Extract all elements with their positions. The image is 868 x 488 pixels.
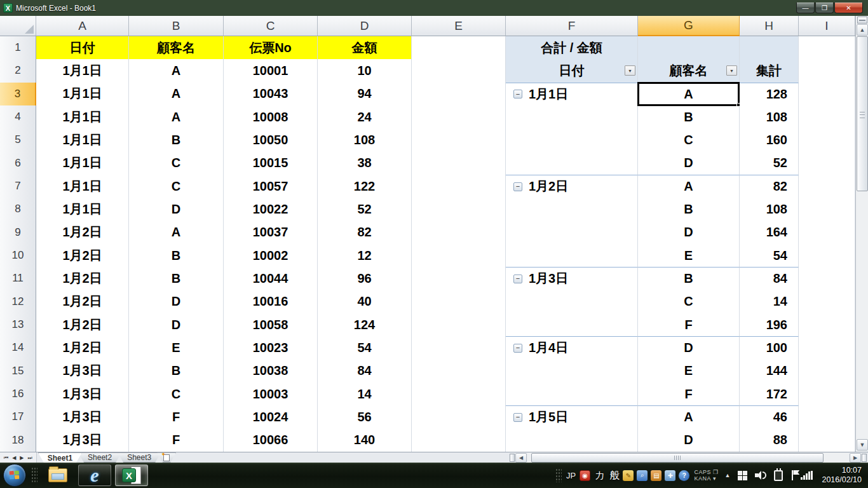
excel-taskbar-button[interactable]: X: [115, 464, 148, 486]
vertical-scroll-thumb[interactable]: [857, 36, 868, 191]
cell-F10[interactable]: [506, 244, 638, 268]
cell-A13[interactable]: 1月2日: [36, 313, 129, 337]
start-button[interactable]: [3, 464, 26, 487]
cell-H2[interactable]: 集計: [740, 59, 799, 83]
column-header-C[interactable]: C: [224, 16, 318, 36]
cell-D6[interactable]: 38: [318, 152, 412, 175]
cell-E5[interactable]: [412, 128, 506, 152]
cell-C9[interactable]: 10037: [224, 221, 318, 245]
tray-windows-icon[interactable]: [738, 471, 747, 480]
cell-B10[interactable]: B: [129, 244, 224, 268]
row-header-6[interactable]: 6: [0, 152, 36, 175]
cell-H14[interactable]: 100: [740, 336, 799, 360]
scroll-down-button[interactable]: ▼: [857, 439, 868, 451]
cell-A17[interactable]: 1月3日: [36, 405, 129, 429]
cell-B8[interactable]: D: [129, 198, 224, 221]
cell-I12[interactable]: [799, 290, 855, 314]
scroll-up-button[interactable]: ▲: [857, 24, 868, 36]
first-sheet-button[interactable]: ⏮: [3, 453, 10, 463]
cell-E2[interactable]: [412, 59, 506, 83]
ime-conversion-mode[interactable]: 般: [609, 469, 620, 482]
cell-C16[interactable]: 10003: [224, 383, 318, 406]
row-header-10[interactable]: 10: [0, 244, 36, 268]
cell-C15[interactable]: 10038: [224, 360, 318, 383]
date-filter-dropdown[interactable]: ▼: [625, 65, 635, 76]
ime-toolbox-icon[interactable]: ▤: [651, 470, 661, 481]
cell-E4[interactable]: [412, 105, 506, 129]
cell-E8[interactable]: [412, 198, 506, 221]
cell-F1[interactable]: 合計 / 金額: [506, 36, 638, 60]
cell-H3[interactable]: 128: [740, 83, 799, 106]
cell-G17[interactable]: A: [638, 405, 740, 429]
cell-A12[interactable]: 1月2日: [36, 290, 129, 314]
cell-H15[interactable]: 144: [740, 360, 799, 383]
show-hidden-icons-chevron[interactable]: ▲: [725, 472, 731, 478]
cell-H6[interactable]: 52: [740, 152, 799, 175]
sheet-tab-sheet1[interactable]: Sheet1: [38, 452, 82, 463]
cell-B2[interactable]: A: [129, 59, 224, 83]
cell-H13[interactable]: 196: [740, 313, 799, 337]
cell-B17[interactable]: F: [129, 405, 224, 429]
cell-C5[interactable]: 10050: [224, 128, 318, 152]
cell-G4[interactable]: B: [638, 105, 740, 129]
cell-H12[interactable]: 14: [740, 290, 799, 314]
cell-D8[interactable]: 52: [318, 198, 412, 221]
cell-H1[interactable]: [740, 36, 799, 60]
cell-A6[interactable]: 1月1日: [36, 152, 129, 175]
cell-B1[interactable]: 顧客名: [129, 36, 224, 60]
cell-F9[interactable]: [506, 221, 638, 245]
cell-A3[interactable]: 1月1日: [36, 83, 129, 106]
cell-I5[interactable]: [799, 128, 855, 152]
cell-I6[interactable]: [799, 152, 855, 175]
cell-E10[interactable]: [412, 244, 506, 268]
column-header-I[interactable]: I: [799, 16, 855, 36]
cell-C17[interactable]: 10024: [224, 405, 318, 429]
cell-C3[interactable]: 10043: [224, 83, 318, 106]
cell-E6[interactable]: [412, 152, 506, 175]
cell-G3[interactable]: A: [638, 83, 740, 106]
customer-filter-dropdown[interactable]: ▼: [726, 65, 737, 76]
cell-G8[interactable]: B: [638, 198, 740, 221]
horizontal-split-handle[interactable]: [510, 454, 515, 462]
ime-dictionary-icon[interactable]: ⌕: [637, 470, 648, 481]
column-header-D[interactable]: D: [318, 16, 412, 36]
cell-I18[interactable]: [799, 429, 855, 452]
cell-B13[interactable]: D: [129, 313, 224, 337]
cell-E7[interactable]: [412, 175, 506, 198]
cell-G12[interactable]: C: [638, 290, 740, 314]
cell-I14[interactable]: [799, 336, 855, 360]
cell-E18[interactable]: [412, 429, 506, 452]
row-header-7[interactable]: 7: [0, 175, 36, 198]
cell-C1[interactable]: 伝票No: [224, 36, 318, 60]
cell-F5[interactable]: [506, 128, 638, 152]
column-header-H[interactable]: H: [740, 16, 799, 36]
cell-A11[interactable]: 1月2日: [36, 267, 129, 290]
cell-C8[interactable]: 10022: [224, 198, 318, 221]
cell-I15[interactable]: [799, 360, 855, 383]
cell-G7[interactable]: A: [638, 175, 740, 198]
cell-C12[interactable]: 10016: [224, 290, 318, 314]
row-header-2[interactable]: 2: [0, 59, 36, 83]
cell-D14[interactable]: 54: [318, 336, 412, 360]
cell-A14[interactable]: 1月2日: [36, 336, 129, 360]
cell-G6[interactable]: D: [638, 152, 740, 175]
explorer-taskbar-button[interactable]: [41, 464, 74, 486]
ime-help-icon[interactable]: ?: [679, 470, 689, 481]
cell-E16[interactable]: [412, 383, 506, 406]
cell-B7[interactable]: C: [129, 175, 224, 198]
power-plug-icon[interactable]: [774, 470, 783, 481]
network-signal-icon[interactable]: [801, 471, 813, 480]
horizontal-scroll-track[interactable]: [527, 453, 849, 463]
cell-E9[interactable]: [412, 221, 506, 245]
row-header-18[interactable]: 18: [0, 429, 36, 452]
cell-F13[interactable]: [506, 313, 638, 337]
cell-I3[interactable]: [799, 83, 855, 106]
cell-A10[interactable]: 1月2日: [36, 244, 129, 268]
cell-F15[interactable]: [506, 360, 638, 383]
cell-H17[interactable]: 46: [740, 405, 799, 429]
cell-C7[interactable]: 10057: [224, 175, 318, 198]
cell-D15[interactable]: 84: [318, 360, 412, 383]
cell-A8[interactable]: 1月1日: [36, 198, 129, 221]
cell-C10[interactable]: 10002: [224, 244, 318, 268]
ime-properties-icon[interactable]: ✚: [665, 470, 675, 481]
